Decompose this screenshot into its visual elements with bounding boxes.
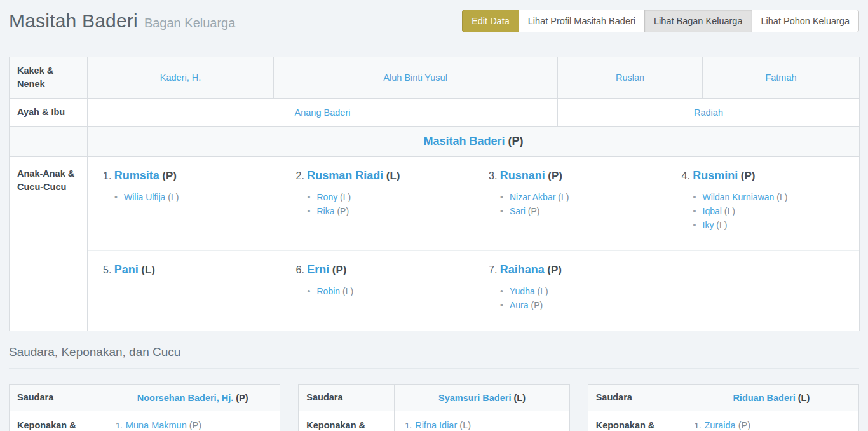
grandchild-link[interactable]: Nizar Akbar: [510, 192, 555, 202]
child-title: 4. Rusmini (P): [682, 169, 852, 182]
child-name-link[interactable]: Rusmini: [693, 169, 738, 182]
sibling-name-link[interactable]: Riduan Baderi: [733, 393, 795, 403]
children-cell: 1. Rumsita (P) Wilia Ulfija (L) 2. Rusma…: [88, 157, 860, 331]
grandfather-maternal-link[interactable]: Ruslan: [616, 72, 644, 83]
edit-data-button[interactable]: Edit Data: [462, 10, 519, 32]
view-chart-button[interactable]: Lihat Bagan Keluarga: [644, 10, 752, 32]
grandchild-link[interactable]: Wildan Kurniawan: [703, 192, 775, 202]
grandchild-item: Robin (L): [308, 284, 466, 298]
grandchild-link[interactable]: Sari: [510, 206, 526, 216]
grandchild-link[interactable]: Yudha: [510, 286, 535, 296]
child-entry-7: 7. Raihana (P) Yudha (L) Aura (P): [473, 259, 667, 325]
sibling-name-row: Saudara Syamsuri Baderi (L): [299, 385, 569, 411]
child-name-link[interactable]: Pani: [114, 263, 139, 276]
sibling-name-row: Saudara Noorsehan Baderi, Hj. (P): [10, 385, 280, 411]
siblings-section-heading: Saudara, Keponakan, dan Cucu: [9, 345, 859, 369]
nephews-cell: 1.Muna Makmun (P) ○Nafies Luthfi (L): [105, 411, 280, 431]
parents-row-label: Ayah & Ibu: [10, 99, 88, 127]
grandchild-list: Wilia Ulfija (L): [114, 190, 273, 204]
grandchild-list: Robin (L): [308, 284, 466, 298]
child-number: 6.: [296, 264, 304, 275]
child-number: 3.: [489, 170, 497, 181]
nephews-row: Keponakan & Cucu-Cucu 1.Zuraida (P) ○And…: [588, 411, 858, 431]
child-gender: (P): [162, 170, 177, 182]
sibling-table-2: Saudara Syamsuri Baderi (L) Keponakan & …: [298, 384, 569, 431]
grandchild-gender: (L): [340, 192, 351, 202]
nephews-row-label: Keponakan & Cucu-Cucu: [588, 411, 684, 431]
nephews-row-label: Keponakan & Cucu-Cucu: [299, 411, 395, 431]
self-name-link[interactable]: Masitah Baderi: [423, 135, 505, 147]
nephew-link[interactable]: Muna Makmun: [126, 420, 187, 430]
grandchild-item: Nizar Akbar (L): [500, 190, 659, 204]
grandchild-item: Aura (P): [500, 298, 659, 312]
nephew-link[interactable]: Rifna Idiar: [415, 420, 457, 430]
child-entry-1: 1. Rumsita (P) Wilia Ulfija (L): [88, 165, 281, 245]
children-row-label: Anak-Anak & Cucu-Cucu: [10, 157, 88, 331]
grandchild-list: Wildan Kurniawan (L) Iqbal (L) Iky (L): [693, 190, 852, 232]
sibling-name-link[interactable]: Syamsuri Baderi: [438, 393, 511, 403]
grandchild-link[interactable]: Rika: [317, 206, 335, 216]
sibling-name-link[interactable]: Noorsehan Baderi, Hj.: [137, 393, 233, 403]
nephew-link[interactable]: Zuraida: [705, 420, 736, 430]
sibling-table-3: Saudara Riduan Baderi (L) Keponakan & Cu…: [588, 384, 859, 431]
grandchild-item: Rika (P): [308, 204, 466, 218]
nephews-row: Keponakan & Cucu-Cucu 1.Muna Makmun (P) …: [10, 411, 280, 431]
child-name-link[interactable]: Rusnani: [500, 169, 545, 182]
siblings-tables-row: Saudara Noorsehan Baderi, Hj. (P) Kepona…: [9, 384, 859, 431]
self-gender: (P): [508, 135, 524, 147]
grandmother-paternal-link[interactable]: Aluh Binti Yusuf: [383, 72, 447, 83]
nephews-row-label: Keponakan & Cucu-Cucu: [10, 411, 105, 431]
grandchild-list: Yudha (L) Aura (P): [500, 284, 659, 312]
view-tree-button[interactable]: Lihat Pohon Keluarga: [752, 10, 859, 32]
grandchild-item: Yudha (L): [500, 284, 659, 298]
child-entry-empty: [667, 259, 860, 325]
grandfather-paternal-link[interactable]: Kaderi, H.: [160, 72, 201, 83]
father-link[interactable]: Anang Baderi: [295, 107, 351, 118]
sibling-row-label: Saudara: [588, 385, 684, 411]
father-cell: Anang Baderi: [88, 99, 558, 127]
grandchild-gender: (L): [776, 192, 787, 202]
nephew-number: 1.: [405, 421, 412, 430]
child-name-link[interactable]: Erni: [307, 263, 329, 276]
grandchild-list: Nizar Akbar (L) Sari (P): [500, 190, 659, 218]
mother-cell: Radiah: [558, 99, 860, 127]
sibling-name-cell: Noorsehan Baderi, Hj. (P): [105, 385, 280, 411]
grandchild-item: Sari (P): [500, 204, 659, 218]
child-number: 5.: [103, 264, 111, 275]
grandchild-link[interactable]: Iqbal: [703, 206, 722, 216]
grandchild-item: Iky (L): [693, 218, 852, 232]
child-title: 6. Erni (P): [296, 263, 466, 277]
child-name-link[interactable]: Raihana: [500, 263, 545, 276]
mother-link[interactable]: Radiah: [694, 107, 723, 118]
view-profile-button[interactable]: Lihat Profil Masitah Baderi: [519, 10, 645, 32]
grandchild-link[interactable]: Iky: [703, 220, 714, 230]
grandmother-maternal-link[interactable]: Fatmah: [765, 72, 796, 83]
sibling-row-label: Saudara: [299, 385, 395, 411]
child-gender: (P): [332, 264, 347, 276]
child-gender: (P): [547, 264, 562, 276]
sibling-row-label: Saudara: [10, 385, 105, 411]
grandchild-link[interactable]: Rony: [317, 192, 338, 202]
grandchild-gender: (L): [716, 220, 727, 230]
child-number: 1.: [103, 170, 111, 181]
child-title: 5. Pani (L): [103, 263, 273, 277]
child-name-link[interactable]: Rusman Riadi: [307, 169, 383, 182]
grandchild-list: Rony (L) Rika (P): [308, 190, 466, 218]
sibling-table-1: Saudara Noorsehan Baderi, Hj. (P) Kepona…: [9, 384, 280, 431]
child-name-link[interactable]: Rumsita: [114, 169, 159, 182]
child-number: 7.: [489, 264, 497, 275]
grandchild-gender: (L): [168, 192, 179, 202]
page-header: Masitah Baderi Bagan Keluarga Edit Data …: [0, 0, 868, 41]
child-entry-6: 6. Erni (P) Robin (L): [281, 259, 474, 325]
grandfather-maternal-cell: Ruslan: [558, 57, 703, 99]
grandchild-link[interactable]: Robin: [317, 286, 341, 296]
children-grid-row-2: 5. Pani (L) 6. Erni (P) Robin (L): [88, 250, 859, 331]
family-chart-table: Kakek & Nenek Kaderi, H. Aluh Binti Yusu…: [9, 57, 860, 331]
grandchild-gender: (L): [538, 286, 548, 296]
self-row: Masitah Baderi (P): [10, 127, 860, 157]
header-button-group: Edit Data Lihat Profil Masitah Baderi Li…: [462, 10, 859, 32]
grandchild-link[interactable]: Aura: [510, 300, 529, 310]
grandchild-link[interactable]: Wilia Ulfija: [124, 192, 165, 202]
grandchild-gender: (P): [531, 300, 543, 310]
child-number: 4.: [682, 170, 690, 181]
